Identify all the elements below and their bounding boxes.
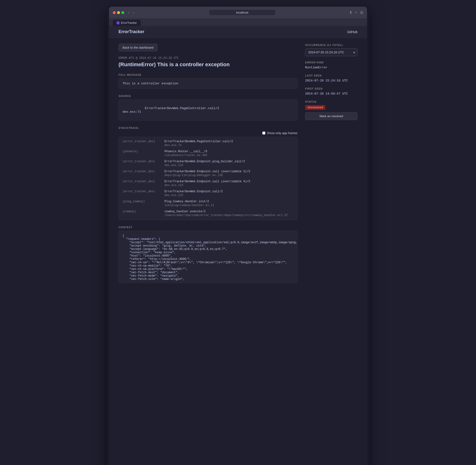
stack-func: ErrorTrackerDevWeb.Endpoint.call/2 — [164, 190, 223, 193]
table-row: (plug_cowboy) Plug.Cowboy.Handler.init/2… — [122, 200, 294, 207]
stack-module: (error_tracker_dev) — [122, 170, 161, 177]
stack-file: /Users/odarriba/code/error_tracker/deps/… — [164, 214, 288, 217]
stack-module: (error_tracker_dev) — [122, 160, 161, 167]
close-button[interactable] — [113, 11, 116, 14]
table-row: (cowboy) cowboy_handler.execute/2 /Users… — [122, 210, 294, 217]
error-title: (RuntimeError) This is a controller exce… — [119, 62, 297, 68]
source-line2: dev.exs:71 — [122, 110, 141, 114]
left-panel: Back to the dashboard ERROR #73 @ 2024-0… — [119, 43, 297, 289]
minimize-button[interactable] — [117, 11, 120, 14]
stacktrace-content: (error_tracker_dev) ErrorTrackerDevWeb.P… — [119, 137, 297, 220]
stack-file: lib/phoenix/router.ex.484 — [164, 154, 207, 157]
last-seen-section: LAST SEEN 2024-07-26 15:24:18 UTC — [305, 74, 357, 82]
source-line1: ErrorTrackerDevWeb.PageController.call/2 — [145, 106, 219, 110]
address-bar[interactable]: localhost — [209, 10, 276, 15]
app-header: ErrorTracker GitHub — [109, 26, 367, 38]
status-label: STATUS — [305, 100, 357, 103]
context-label: CONTEXT — [119, 226, 297, 229]
occurrence-section: OCCURRENCE (11 TOTAL) 2024-07-26 15:24:1… — [305, 43, 357, 56]
error-kind-value: RuntimeError — [305, 66, 357, 69]
share-icon[interactable]: ⬆ — [349, 10, 352, 15]
new-tab-icon[interactable]: + — [355, 10, 357, 15]
status-section: STATUS Unresolved Mark as resolved — [305, 100, 357, 120]
stack-func: Plug.Cowboy.Handler.init/2 — [164, 200, 214, 203]
context-section: CONTEXT { "request.headers": { "accept":… — [119, 226, 297, 283]
stack-details: Phoenix.Router.__call__/5 lib/phoenix/ro… — [164, 150, 207, 157]
forward-nav-button[interactable]: › — [132, 10, 135, 15]
stack-func: Phoenix.Router.__call__/5 — [164, 150, 207, 153]
stack-file: dev.exs.71 — [164, 144, 233, 147]
error-meta: ERROR #73 @ 2024-07-26 15:24:18 UTC — [119, 56, 297, 60]
stack-file: lib/plug/cowboy/handler.ex.11 — [164, 204, 214, 207]
browser-actions: ⬆ + ⊞ — [349, 10, 363, 15]
traffic-lights — [113, 11, 124, 14]
stacktrace-section: STACKTRACE Show only app frames (error_t… — [119, 127, 297, 220]
first-seen-section: FIRST SEEN 2024-07-26 14:56:47 UTC — [305, 87, 357, 95]
first-seen-label: FIRST SEEN — [305, 87, 357, 90]
table-row: (error_tracker_dev) ErrorTrackerDevWeb.E… — [122, 170, 294, 177]
stack-file: dev.exs.115 — [164, 194, 223, 197]
back-to-dashboard-button[interactable]: Back to the dashboard — [119, 43, 158, 52]
stack-details: ErrorTrackerDevWeb.Endpoint.call (overri… — [164, 180, 250, 187]
maximize-button[interactable] — [122, 11, 124, 14]
stack-func: ErrorTrackerDevWeb.Endpoint.call (overri… — [164, 170, 250, 173]
right-panel: OCCURRENCE (11 TOTAL) 2024-07-26 15:24:1… — [305, 43, 357, 125]
stack-details: ErrorTrackerDevWeb.Endpoint.call/2 dev.e… — [164, 190, 223, 197]
stack-details: ErrorTrackerDevWeb.PageController.call/2… — [164, 140, 233, 147]
stack-module: (cowboy) — [122, 210, 161, 217]
active-tab[interactable]: ErrorTracker — [113, 20, 141, 26]
source-content: ErrorTrackerDevWeb.PageController.call/2… — [119, 99, 297, 121]
table-row: (phoenix) Phoenix.Router.__call__/5 lib/… — [122, 150, 294, 157]
stack-func: ErrorTrackerDevWeb.PageController.call/2 — [164, 140, 233, 143]
browser-tab-bar: ErrorTracker — [109, 18, 367, 26]
browser-titlebar: ‹ › localhost ⬆ + ⊞ — [109, 7, 367, 18]
stack-details: ErrorTrackerDevWeb.Endpoint.plug_builder… — [164, 160, 245, 167]
stacktrace-header: Show only app frames — [119, 131, 297, 135]
error-kind-section: ERROR KIND RuntimeError — [305, 61, 357, 69]
stack-details: Plug.Cowboy.Handler.init/2 lib/plug/cowb… — [164, 200, 214, 207]
first-seen-value: 2024-07-26 14:56:47 UTC — [305, 92, 357, 95]
stack-module: (phoenix) — [122, 150, 161, 157]
stacktrace-label: STACKTRACE — [119, 127, 297, 129]
full-message-content: This is a controller exception — [119, 78, 297, 89]
github-link[interactable]: GitHub — [347, 30, 357, 34]
show-app-frames-label[interactable]: Show only app frames — [262, 131, 297, 135]
table-row: (error_tracker_dev) ErrorTrackerDevWeb.E… — [122, 190, 294, 197]
browser-controls: ‹ › — [127, 10, 135, 15]
stack-module: (error_tracker_dev) — [122, 190, 161, 197]
source-label: SOURCE — [119, 95, 297, 97]
source-section: SOURCE ErrorTrackerDevWeb.PageController… — [119, 95, 297, 121]
stack-func: cowboy_handler.execute/2 — [164, 210, 288, 213]
mark-as-resolved-button[interactable]: Mark as resolved — [305, 112, 357, 120]
stack-file: deps/plug/lib/plug/debugger.ex.136 — [164, 174, 250, 177]
occurrence-select-wrapper[interactable]: 2024-07-26 15:24:18 UTC 2024-07-26 15:20… — [305, 48, 357, 56]
app-logo: ErrorTracker — [119, 29, 144, 34]
stack-module: (plug_cowboy) — [122, 200, 161, 207]
stack-func: ErrorTrackerDevWeb.Endpoint.plug_builder… — [164, 160, 245, 163]
show-app-frames-text: Show only app frames — [267, 131, 297, 135]
tab-label: ErrorTracker — [121, 21, 137, 24]
stack-details: cowboy_handler.execute/2 /Users/odarriba… — [164, 210, 288, 217]
error-kind-label: ERROR KIND — [305, 61, 357, 64]
status-badge: Unresolved — [305, 105, 325, 110]
show-app-frames-checkbox[interactable] — [262, 131, 265, 135]
table-row: (error_tracker_dev) ErrorTrackerDevWeb.E… — [122, 160, 294, 167]
last-seen-label: LAST SEEN — [305, 74, 357, 77]
stack-func: ErrorTrackerDevWeb.Endpoint.call (overri… — [164, 180, 250, 183]
stack-details: ErrorTrackerDevWeb.Endpoint.call (overri… — [164, 170, 250, 177]
occurrence-label: OCCURRENCE (11 TOTAL) — [305, 43, 357, 46]
context-content: { "request.headers": { "accept": "text/h… — [119, 231, 297, 283]
full-message-section: FULL MESSAGE This is a controller except… — [119, 73, 297, 89]
stack-module: (error_tracker_dev) — [122, 180, 161, 187]
stack-module: (error_tracker_dev) — [122, 140, 161, 147]
occurrence-select[interactable]: 2024-07-26 15:24:18 UTC 2024-07-26 15:20… — [305, 48, 357, 56]
tabs-icon[interactable]: ⊞ — [360, 10, 363, 15]
full-message-label: FULL MESSAGE — [119, 73, 297, 76]
stack-file: dev.exs.115 — [164, 184, 250, 187]
last-seen-value: 2024-07-26 15:24:18 UTC — [305, 79, 357, 82]
stack-file: dev.exs.115 — [164, 164, 245, 167]
table-row: (error_tracker_dev) ErrorTrackerDevWeb.P… — [122, 140, 294, 147]
back-nav-button[interactable]: ‹ — [127, 10, 130, 15]
tab-favicon — [117, 21, 120, 24]
table-row: (error_tracker_dev) ErrorTrackerDevWeb.E… — [122, 180, 294, 187]
